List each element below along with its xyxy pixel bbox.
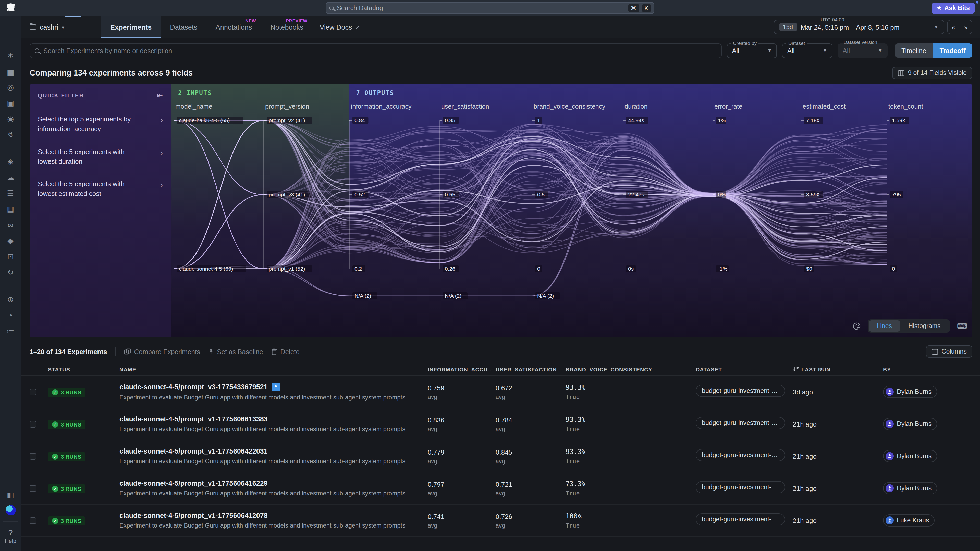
experiment-checkbox[interactable] [30, 485, 36, 492]
columns-icon [931, 349, 938, 354]
quick-filter-item-1[interactable]: Select the 5 experiments with lowest dur… [38, 147, 163, 166]
column-header-information-accu-[interactable]: INFORMATION_ACCU... [428, 366, 496, 372]
experiment-checkbox[interactable] [30, 517, 36, 524]
axis-title-information_accuracy: information_accuracy [351, 103, 412, 110]
experiments-search-input[interactable]: Search Experiments by name or descriptio… [30, 43, 722, 58]
audit-trail-icon[interactable]: ⊡ [5, 252, 16, 261]
dataset-pill[interactable]: budget-guru-investment-q... [696, 513, 785, 526]
experiment-description: Experiment to evaluate Budget Guru app w… [119, 490, 420, 497]
dashboards-icon[interactable]: ▅ [5, 67, 16, 76]
lines-toggle[interactable]: Lines [869, 321, 900, 332]
status-badge: ✓3 RUNS [48, 484, 86, 493]
experiment-checkbox[interactable] [30, 421, 36, 427]
palette-icon[interactable] [853, 322, 860, 330]
created-by-select[interactable]: Created by All ▼ [727, 43, 777, 58]
time-range-picker[interactable]: UTC-04:00 15d Mar 24, 5:16 pm – Apr 8, 5… [773, 20, 944, 34]
created-by-pill[interactable]: Dylan Burns [883, 386, 937, 398]
ci-pipelines-icon[interactable]: ∞ [5, 221, 16, 229]
experiment-name[interactable]: claude-sonnet-4-5/prompt_v1-177560641622… [119, 480, 268, 487]
llm-observability-icon[interactable]: ≔ [5, 327, 16, 335]
dataset-pill[interactable]: budget-guru-investment-q... [696, 417, 785, 429]
bits-ai-icon[interactable]: ✶ [5, 51, 16, 60]
created-by-pill[interactable]: Dylan Burns [883, 450, 937, 462]
experiment-checkbox[interactable] [30, 453, 36, 459]
view-docs-link[interactable]: View Docs ↗ [312, 16, 367, 38]
org-switcher[interactable]: cashri ▾ [30, 16, 64, 38]
experiment-row-1[interactable]: ✓3 RUNSclaude-sonnet-4-5/prompt_v1-17756… [21, 408, 980, 440]
time-back-button[interactable]: « [948, 21, 959, 34]
experiment-row-0[interactable]: ✓3 RUNSclaude-sonnet-4-5/prompt_v3-17754… [21, 376, 980, 408]
events-icon[interactable]: ↯ [5, 130, 16, 139]
metric-sub: avg [428, 394, 496, 400]
logs-icon[interactable]: ☰ [5, 189, 16, 197]
axis-label-duration-mid: 22.47s [628, 192, 644, 197]
tab-experiments[interactable]: Experiments [101, 16, 161, 38]
time-forward-button[interactable]: » [959, 21, 972, 34]
experiment-row-3[interactable]: ✓3 RUNSclaude-sonnet-4-5/prompt_v1-17756… [21, 472, 980, 505]
check-icon: ✓ [52, 389, 58, 395]
profiling-icon[interactable]: ◔ [5, 311, 16, 319]
column-header-by[interactable]: BY [883, 366, 972, 372]
axis-label-prompt_version-mid: prompt_v3 (41) [269, 192, 305, 198]
help-button[interactable]: ? Help [5, 528, 16, 544]
user-avatar-icon [886, 388, 894, 396]
experiment-row-2[interactable]: ✓3 RUNSclaude-sonnet-4-5/prompt_v1-17756… [21, 440, 980, 472]
security-icon[interactable]: ◆ [5, 236, 16, 245]
integrations-puzzle-icon[interactable]: ◧ [5, 490, 16, 499]
tab-datasets[interactable]: Datasets [161, 16, 207, 38]
column-header-dataset[interactable]: DATASET [696, 366, 793, 372]
error-tracking-icon[interactable]: ⊛ [5, 295, 16, 303]
metric-value: 0.721 [496, 480, 566, 488]
timeline-toggle[interactable]: Timeline [895, 43, 933, 58]
dataset-pill[interactable]: budget-guru-investment-q... [696, 481, 785, 493]
last-run: 21h ago [793, 452, 883, 460]
column-header-user-satisfaction[interactable]: USER_SATISFACTION [496, 366, 566, 372]
dataset-pill[interactable]: budget-guru-investment-q... [696, 449, 785, 461]
experiment-name[interactable]: claude-sonnet-4-5/prompt_v1-177560641207… [119, 512, 268, 519]
created-by-pill[interactable]: Dylan Burns [883, 482, 937, 494]
delete-button[interactable]: Delete [271, 348, 300, 355]
keyboard-shortcuts-icon[interactable]: ⌨ [957, 322, 967, 330]
dataset-pill[interactable]: budget-guru-investment-q... [696, 385, 785, 397]
tab-notebooks[interactable]: NotebooksPREVIEW [261, 16, 312, 38]
quick-filter-item-0[interactable]: Select the top 5 experiments by informat… [38, 115, 163, 134]
global-search-input[interactable]: Search Datadog ⌘ K [326, 2, 654, 14]
cmd-key: ⌘ [628, 4, 639, 12]
set-baseline-button[interactable]: Set as Baseline [208, 348, 263, 355]
integrations-icon[interactable]: ▣ [5, 98, 16, 107]
dataset-select[interactable]: Dataset All ▼ [782, 43, 832, 58]
service-catalog-icon[interactable]: ◈ [5, 157, 16, 166]
created-by-pill[interactable]: Dylan Burns [883, 418, 937, 430]
quick-filter-item-2[interactable]: Select the 5 experiments with lowest est… [38, 180, 163, 199]
fields-visible-button[interactable]: 9 of 14 Fields Visible [892, 67, 972, 79]
experiment-name[interactable]: claude-sonnet-4-5/prompt_v1-177560661338… [119, 415, 268, 423]
datadog-logo-icon[interactable] [5, 2, 18, 14]
histograms-toggle[interactable]: Histograms [900, 321, 948, 332]
last-run: 3d ago [793, 388, 883, 395]
time-range-badge: 15d [779, 23, 797, 31]
cloud-cost-icon[interactable]: ☁ [5, 173, 16, 182]
metric-sub: True [566, 393, 696, 400]
experiment-description: Experiment to evaluate Budget Guru app w… [119, 457, 420, 465]
collapse-panel-icon[interactable]: ⇤ [157, 91, 163, 100]
tab-annotations[interactable]: AnnotationsNEW [207, 16, 261, 38]
experiment-name[interactable]: claude-sonnet-4-5/prompt_v3-177543367952… [119, 383, 268, 391]
user-avatar[interactable] [5, 505, 16, 515]
sync-icon[interactable]: ↻ [5, 268, 16, 276]
column-header-last-run[interactable]: LAST RUN [793, 366, 883, 373]
experiment-row-4[interactable]: ✓3 RUNSclaude-sonnet-4-5/prompt_v1-17756… [21, 505, 980, 537]
apm-icon[interactable]: ◎ [5, 83, 16, 91]
columns-button[interactable]: Columns [926, 345, 972, 358]
software-catalog-icon[interactable]: ▦ [5, 205, 16, 213]
experiment-name[interactable]: claude-sonnet-4-5/prompt_v1-177560642203… [119, 448, 268, 455]
ask-bits-button[interactable]: ★ Ask Bits [932, 2, 975, 14]
parallel-coordinates-chart[interactable]: 2 INPUTS 7 OUTPUTS model_nameclaude-haik… [171, 84, 972, 337]
compare-experiments-button[interactable]: Compare Experiments [124, 348, 200, 355]
column-header-brand-voice-consistency[interactable]: BRAND_VOICE_CONSISTENCY [566, 366, 696, 372]
created-by-pill[interactable]: Luke Kraus [883, 514, 935, 527]
monitors-icon[interactable]: ◉ [5, 114, 16, 123]
experiment-checkbox[interactable] [30, 389, 36, 395]
axis-label-error_rate-bottom: -1% [718, 266, 727, 272]
tradeoff-toggle[interactable]: Tradeoff [933, 43, 972, 58]
baseline-pin-badge [272, 383, 280, 391]
